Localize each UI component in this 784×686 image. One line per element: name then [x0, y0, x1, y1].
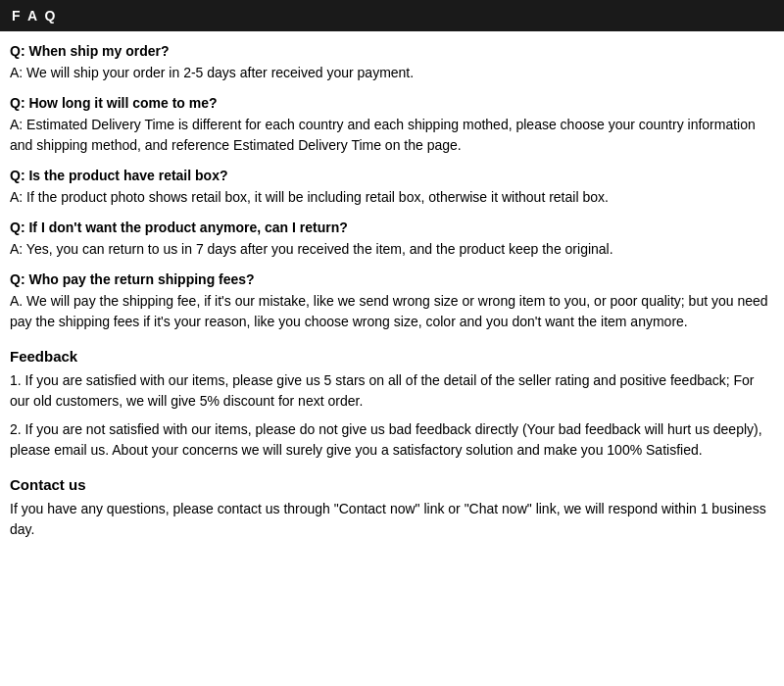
qa-item-5: Q: Who pay the return shipping fees? A. … [10, 271, 774, 332]
contact-text: If you have any questions, please contac… [10, 499, 774, 540]
question-4: Q: If I don't want the product anymore, … [10, 220, 774, 235]
qa-item-4: Q: If I don't want the product anymore, … [10, 220, 774, 260]
faq-header: F A Q [0, 0, 784, 31]
qa-item-2: Q: How long it will come to me? A: Estim… [10, 95, 774, 156]
qa-item-1: Q: When ship my order? A: We will ship y… [10, 43, 774, 83]
feedback-section: Feedback 1. If you are satisfied with ou… [10, 348, 774, 461]
answer-4: A: Yes, you can return to us in 7 days a… [10, 239, 774, 260]
answer-1: A: We will ship your order in 2-5 days a… [10, 63, 774, 83]
answer-5: A. We will pay the shipping fee, if it's… [10, 291, 774, 332]
faq-section: Q: When ship my order? A: We will ship y… [10, 43, 774, 332]
question-1: Q: When ship my order? [10, 43, 774, 59]
contact-title: Contact us [10, 476, 774, 493]
qa-item-3: Q: Is the product have retail box? A: If… [10, 168, 774, 208]
feedback-item-2: 2. If you are not satisfied with our ite… [10, 419, 774, 461]
question-3: Q: Is the product have retail box? [10, 168, 774, 183]
answer-2: A: Estimated Delivery Time is different … [10, 115, 774, 156]
question-5: Q: Who pay the return shipping fees? [10, 271, 774, 287]
question-2: Q: How long it will come to me? [10, 95, 774, 111]
answer-3: A: If the product photo shows retail box… [10, 187, 774, 208]
feedback-item-1: 1. If you are satisfied with our items, … [10, 370, 774, 412]
feedback-title: Feedback [10, 348, 774, 365]
contact-section: Contact us If you have any questions, pl… [10, 476, 774, 540]
